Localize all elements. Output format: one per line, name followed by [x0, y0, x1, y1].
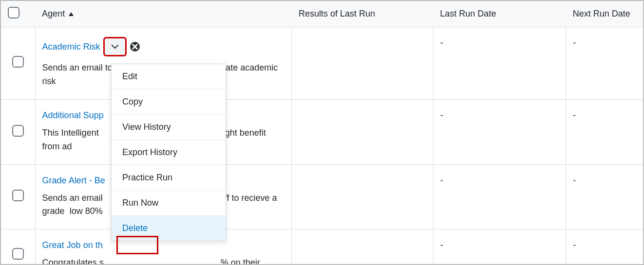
menu-item-export-history[interactable]: Export History — [112, 140, 226, 165]
next-run-cell: - — [566, 99, 643, 164]
header-checkbox-col — [1, 1, 35, 27]
results-cell — [292, 99, 433, 164]
agent-link[interactable]: Additional Supp — [42, 110, 104, 121]
agent-link[interactable]: Grade Alert - Be — [42, 176, 105, 186]
header-next-run-label: Next Run Date — [573, 9, 630, 18]
header-last-run[interactable]: Last Run Date — [433, 1, 566, 27]
table-row: Great Job on th Congratulates s % on the… — [1, 230, 643, 265]
menu-item-view-history[interactable]: View History — [112, 115, 226, 140]
menu-item-edit[interactable]: Edit — [112, 64, 226, 89]
next-run-cell: - — [566, 27, 643, 100]
table-row: Academic Risk Sends an email to the stud… — [1, 27, 643, 100]
agent-link[interactable]: Academic Risk — [42, 42, 100, 52]
row-checkbox[interactable] — [12, 248, 24, 260]
select-all-checkbox[interactable] — [8, 7, 19, 18]
header-results[interactable]: Results of Last Run — [292, 1, 433, 27]
last-run-cell: - — [433, 230, 566, 265]
header-agent-label: Agent — [42, 9, 65, 18]
next-run-cell: - — [566, 164, 643, 230]
results-cell — [292, 27, 433, 100]
agent-actions-menu: Edit Copy View History Export History Pr… — [111, 64, 226, 241]
table-row: Grade Alert - Be Sends an email off to r… — [1, 164, 643, 230]
row-checkbox[interactable] — [12, 125, 24, 137]
menu-item-copy[interactable]: Copy — [112, 89, 226, 115]
results-cell — [292, 230, 433, 265]
last-run-cell: - — [433, 164, 566, 230]
header-agent[interactable]: Agent — [35, 1, 292, 27]
row-checkbox[interactable] — [12, 56, 24, 68]
agent-actions-dropdown-button[interactable] — [104, 38, 126, 55]
agents-table: Agent Results of Last Run Last Run Date … — [1, 1, 643, 265]
agent-description: Congratulates s % on their — [42, 256, 285, 265]
results-cell — [292, 164, 433, 230]
header-results-label: Results of Last Run — [299, 9, 375, 18]
sort-asc-icon — [68, 9, 74, 19]
menu-item-practice-run[interactable]: Practice Run — [112, 165, 226, 191]
agent-link[interactable]: Great Job on th — [42, 240, 103, 250]
next-run-cell: - — [566, 230, 643, 265]
last-run-cell: - — [433, 27, 566, 100]
last-run-cell: - — [433, 99, 566, 164]
chevron-down-icon — [111, 44, 119, 50]
svg-marker-0 — [69, 12, 74, 16]
menu-item-run-now[interactable]: Run Now — [112, 191, 226, 216]
header-next-run[interactable]: Next Run Date — [566, 1, 643, 27]
row-checkbox[interactable] — [12, 190, 24, 201]
table-row: Additional Supp This Intelligent might b… — [1, 99, 643, 164]
menu-item-delete[interactable]: Delete — [112, 216, 226, 241]
header-last-run-label: Last Run Date — [440, 9, 496, 18]
disabled-icon — [130, 41, 140, 52]
